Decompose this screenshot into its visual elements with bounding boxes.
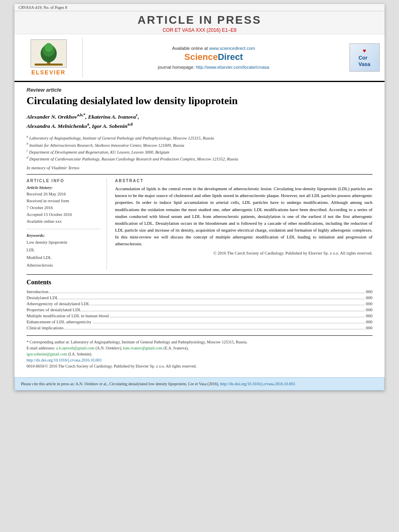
email-sobenin-line: igor.sobenin@gmail.com (I.A. Sobenin). [27,351,372,357]
contents-page-2: 000 [366,295,373,300]
divider-1 [27,174,372,175]
two-col-section: ARTICLE INFO Article history: Received 2… [27,179,372,269]
memory-note: In memory of Vladimir Tertov. [27,165,372,170]
copyright-text: © 2016 The Czech Society of Cardiology. … [115,251,372,257]
contents-label-4: Properties of desialylated LDL [27,307,81,312]
journal-homepage-text: journal homepage: http://www.elsevier.co… [158,65,269,70]
contents-label-6: Enhancement of LDL atherogenicity [27,319,91,324]
elsevier-label: ELSEVIER [31,69,66,76]
contents-page-6: 000 [366,319,373,324]
affiliation-d: d Department of Cardiovascular Pathology… [27,155,372,162]
footer-notes: * Corresponding author at: Laboratory of… [27,335,372,369]
contents-dots-5 [110,317,364,317]
authors-line: Alexander N. Orekhova,b,*, Ekaterina A. … [27,112,372,130]
doi-line: http://dx.doi.org/10.1016/j.crvasa.2016.… [27,357,372,363]
main-content: Review article Circulating desialylated … [14,82,385,373]
article-info-col: ARTICLE INFO Article history: Received 2… [27,179,107,269]
contents-label-2: Desialylated LDL [27,295,58,300]
cor-vasa-logo: ♥ Cor Vasa [344,37,385,78]
abstract-heading: ABSTRACT [115,179,372,183]
divider-info [27,229,101,229]
contents-dots-1 [49,293,364,293]
contents-dots-4 [82,311,365,311]
page: CRVASA-419; No. of Pages 8 ARTICLE IN PR… [14,4,385,390]
article-type-label: Review article [27,87,372,93]
history-label: Article history: [27,185,101,190]
contents-dots-2 [60,299,364,299]
email-line: E-mail addresses: a.h.opexob@gmail.com (… [27,345,372,351]
contents-label-1: Introduction [27,289,48,294]
available-online-text: Available online at www.sciencedirect.co… [172,46,255,51]
top-bar: CRVASA-419; No. of Pages 8 [14,4,385,11]
sciencedirect-logo: ScienceDirect [184,52,243,62]
heart-icon: ♥ [363,47,366,54]
svg-rect-5 [35,64,63,66]
affiliation-c: c Department of Development and Regenera… [27,148,372,155]
keyword-3: Modified LDL [27,254,101,262]
article-in-press-title: ARTICLE IN PRESS [14,14,385,27]
doi-link[interactable]: http://dx.doi.org/10.1016/j.crvasa.2016.… [27,358,101,362]
keywords-label: Keywords: [27,233,101,238]
elsevier-logo-section: ELSEVIER [14,37,83,78]
contents-label-3: Atherogenicity of desialylated LDL [27,301,90,306]
contents-row-4: Properties of desialylated LDL 000 [27,307,372,312]
contents-page-5: 000 [366,313,373,318]
contents-row-2: Desialylated LDL 000 [27,295,372,300]
contents-page-3: 000 [366,301,373,306]
accepted-date: Accepted 13 October 2016 [27,212,101,218]
article-in-press-banner: ARTICLE IN PRESS COR ET VASA XXX (2016) … [14,11,385,34]
contents-heading: Contents [27,279,372,286]
affiliation-b: b Institute for Atherosclerosis Research… [27,142,372,148]
contents-dots-7 [65,329,365,329]
journal-header: ELSEVIER Available online at www.science… [14,34,385,82]
contents-page-1: 000 [366,289,373,294]
contents-dots-6 [93,323,364,323]
email-orekhov[interactable]: a.h.opexob@gmail.com [56,346,95,350]
sciencedirect-url-link[interactable]: www.sciencedirect.com [209,46,255,51]
svg-point-4 [45,43,53,52]
contents-row-1: Introduction 000 [27,289,372,294]
journal-homepage-link[interactable]: http://www.elsevier.com/locate/crvasa [196,65,269,70]
abstract-col: ABSTRACT Accumulation of lipids is the c… [115,179,372,269]
contents-section: Contents Introduction 000 Desialylated L… [27,274,372,331]
contents-page-7: 000 [366,325,373,330]
journal-center: Available online at www.sciencedirect.co… [83,37,344,78]
elsevier-tree-image [31,39,67,68]
contents-page-4: 000 [366,307,373,312]
contents-row-3: Atherogenicity of desialylated LDL 000 [27,301,372,306]
abstract-text: Accumulation of lipids is the central ev… [115,185,372,247]
contents-row-6: Enhancement of LDL atherogenicity 000 [27,319,372,325]
affiliation-a: a Laboratory of Angiopathology, Institut… [27,134,372,141]
keyword-1: Low density lipoprotein [27,239,101,246]
journal-id: CRVASA-419; No. of Pages 8 [19,5,67,10]
revised-label: Received in revised form [27,198,101,205]
citation-url[interactable]: http://dx.doi.org/10.1016/j.crvasa.2016.… [220,382,295,386]
received-date: Received 26 May 2016 [27,191,101,198]
available-online: Available online xxx [27,218,101,225]
corresponding-note: * Corresponding author at: Laboratory of… [27,339,372,345]
article-info-heading: ARTICLE INFO [27,179,101,183]
cor-vasa-text: Cor Vasa [358,55,370,67]
keywords-list: Low density lipoprotein LDL Modified LDL… [27,239,101,269]
revised-date: 7 October 2016 [27,205,101,212]
contents-row-7: Clinical implications 000 [27,325,372,331]
citation-text: Please cite this article in press as: A.… [21,382,219,386]
article-history: Article history: Received 26 May 2016 Re… [27,185,101,225]
article-in-press-subtitle: COR ET VASA XXX (2016) E1–E8 [14,27,385,33]
contents-row-5: Multiple modification of LDL in human bl… [27,313,372,318]
keyword-4: Atherosclerosis [27,262,101,269]
article-title: Circulating desialylated low density lip… [27,94,372,107]
citation-bar: Please cite this article in press as: A.… [14,377,385,390]
contents-dots-3 [91,305,364,305]
cor-vasa-box: ♥ Cor Vasa [350,43,380,72]
contents-label-5: Multiple modification of LDL in human bl… [27,313,109,318]
email-sobenin[interactable]: igor.sobenin@gmail.com [27,352,67,356]
affiliations: a Laboratory of Angiopathology, Institut… [27,134,372,162]
issn-line: 0010-8650/© 2016 The Czech Society of Ca… [27,363,372,369]
contents-table: Introduction 000 Desialylated LDL 000 At… [27,289,372,331]
contents-label-7: Clinical implications [27,325,64,330]
keyword-2: LDL [27,246,101,254]
email-ivanova[interactable]: kate.ivanov@gmail.com [123,346,162,350]
